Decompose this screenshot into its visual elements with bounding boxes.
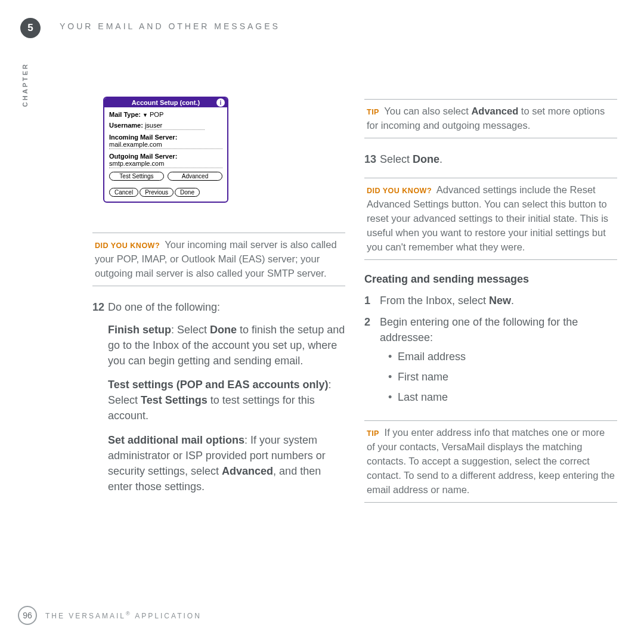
tip-callout-2: TIP If you enter address info that match… [364,420,617,503]
step-number: 13 [364,151,380,167]
right-column: TIP You can also select Advanced to set … [364,97,617,516]
tip-text: If you enter address info that matches o… [367,427,615,495]
page-number-badge: 96 [18,606,37,625]
mail-type-label: Mail Type: [109,111,141,118]
list-item: First name [388,369,617,385]
done-button[interactable]: Done [175,188,200,197]
outgoing-server-label: Outgoing Mail Server: [109,153,222,160]
advanced-button[interactable]: Advanced [168,172,222,181]
palm-titlebar: Account Setup (cont.) i [104,98,227,107]
section-heading: Creating and sending messages [364,273,617,286]
step-text: Do one of the following: [108,299,345,315]
test-settings-strong: Test settings (POP and EAS accounts only… [108,379,328,391]
page-footer: 96 THE VERSAMAIL® APPLICATION [18,606,202,625]
chapter-side-label: CHAPTER [21,63,29,107]
step-1: 1 From the Inbox, select New. [364,293,617,308]
list-item: Last name [388,389,617,405]
list-item: Email address [388,349,617,364]
step-number: 12 [92,299,108,315]
dyk-tag: DID YOU KNOW? [367,187,432,195]
tip-tag: TIP [367,429,379,438]
incoming-server-input[interactable]: mail.example.com [109,141,222,149]
step-number: 2 [364,314,380,410]
left-column: Account Setup (cont.) i Mail Type: ▼ POP… [92,97,345,516]
did-you-know-callout: DID YOU KNOW? Your incoming mail server … [92,233,345,286]
cancel-button[interactable]: Cancel [109,188,138,197]
username-input[interactable]: jsuser [145,122,205,130]
additional-options-para: Set additional mail options: If your sys… [108,432,345,494]
incoming-server-label: Incoming Mail Server: [109,134,222,141]
page-header-title: YOUR EMAIL AND OTHER MESSAGES [60,21,280,31]
did-you-know-callout-2: DID YOU KNOW? Advanced settings include … [364,178,617,260]
finish-setup-para: Finish setup: Select Done to finish the … [108,322,345,369]
outgoing-server-input[interactable]: smtp.example.com [109,160,222,168]
step-12: 12 Do one of the following: [92,299,345,315]
chapter-badge: 5 [20,18,41,38]
info-icon[interactable]: i [216,98,225,107]
palm-screenshot: Account Setup (cont.) i Mail Type: ▼ POP… [103,97,228,203]
dropdown-arrow-icon[interactable]: ▼ [143,112,148,118]
previous-button[interactable]: Previous [140,188,174,197]
step-number: 1 [364,293,380,308]
username-label: Username: [109,122,143,129]
test-settings-button[interactable]: Test Settings [109,172,164,181]
palm-title-text: Account Setup (cont.) [132,99,200,106]
additional-options-strong: Set additional mail options [108,434,244,446]
footer-text: THE VERSAMAIL® APPLICATION [45,611,202,620]
tip-tag: TIP [367,108,379,116]
mail-type-value[interactable]: POP [150,111,163,118]
step-13: 13 Select Done. [364,151,617,167]
step-2: 2 Begin entering one of the following fo… [364,314,617,410]
tip-callout-1: TIP You can also select Advanced to set … [364,99,617,138]
finish-setup-strong: Finish setup [108,324,171,336]
dyk-tag: DID YOU KNOW? [95,242,160,250]
test-settings-para: Test settings (POP and EAS accounts only… [108,377,345,423]
